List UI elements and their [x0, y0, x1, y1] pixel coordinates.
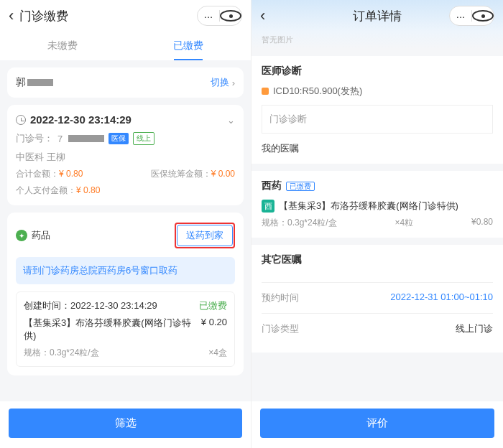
- diagnosis-title: 医师诊断: [262, 65, 493, 78]
- other-orders-title: 其它医嘱: [262, 253, 493, 266]
- header: ‹ 门诊缴费 ···: [0, 0, 251, 32]
- diagnosis-sub: 门诊诊断: [262, 105, 493, 134]
- back-icon[interactable]: ‹: [9, 6, 14, 25]
- icd-icon: [262, 88, 269, 95]
- footer: 筛选: [0, 401, 251, 448]
- visit-number-row: 门诊号：7 医保 线上: [16, 132, 235, 145]
- expand-icon[interactable]: ⌄: [227, 115, 235, 126]
- close-target-icon[interactable]: [220, 10, 241, 22]
- pickup-notice: 请到门诊药房总院西药房6号窗口取药: [16, 257, 235, 284]
- western-title: 西药已缴费: [262, 179, 493, 192]
- review-button[interactable]: 评价: [260, 409, 494, 438]
- medicine-title: ✦药品: [16, 228, 50, 242]
- tabs: 未缴费 已缴费: [0, 32, 251, 60]
- other-orders-section: 其它医嘱 预约时间 2022-12-31 01:00~01:10 门诊类型 线上…: [251, 245, 503, 353]
- medicine-card: ✦药品 送药到家 请到门诊药房总院西药房6号窗口取药 创建时间：2022-12-…: [7, 213, 244, 375]
- payment-record-card[interactable]: 2022-12-30 23:14:29 ⌄ 门诊号：7 医保 线上 中医科 王柳…: [7, 105, 244, 205]
- more-icon[interactable]: ···: [198, 10, 219, 22]
- close-target-icon[interactable]: [472, 10, 494, 22]
- my-orders-label: 我的医嘱: [262, 142, 493, 155]
- western-med-section: 西药已缴费 西【基集采3】布洛芬缓释胶囊(网络门诊特供) 规格：0.3g*24粒…: [251, 171, 503, 238]
- icd-code: ICD10:R50.900(发热): [262, 85, 493, 98]
- paid-status: 已缴费: [199, 299, 227, 312]
- deliver-highlight: 送药到家: [175, 223, 235, 248]
- footer: 评价: [251, 401, 503, 448]
- clock-icon: [16, 115, 26, 125]
- order-detail-screen: ‹ 订单详情 ··· 暂无图片 医师诊断 ICD10:R50.900(发热) 门…: [251, 0, 503, 448]
- filter-button[interactable]: 筛选: [9, 409, 242, 438]
- record-datetime: 2022-12-30 23:14:29: [16, 113, 131, 126]
- mini-program-capsule[interactable]: ···: [449, 6, 494, 26]
- medicine-spec: 规格：0.3g*24粒/盒: [24, 347, 99, 359]
- page-title: 门诊缴费: [19, 8, 197, 24]
- image-placeholder-hint: 暂无图片: [251, 32, 503, 49]
- spec-row: 规格：0.3g*24粒/盒 ×4粒 ¥0.80: [262, 217, 493, 229]
- mini-program-capsule[interactable]: ···: [197, 6, 242, 26]
- western-icon: 西: [262, 200, 274, 213]
- tab-paid[interactable]: 已缴费: [126, 32, 251, 60]
- medicine-name: 西【基集采3】布洛芬缓释胶囊(网络门诊特供): [262, 200, 493, 213]
- user-name: 郭: [16, 76, 53, 89]
- pill-icon: ✦: [16, 230, 27, 241]
- online-badge: 线上: [133, 132, 154, 145]
- tab-unpaid[interactable]: 未缴费: [0, 32, 126, 60]
- back-icon[interactable]: ‹: [260, 6, 265, 25]
- visit-type-row: 门诊类型 线上门诊: [262, 314, 493, 344]
- medicine-qty: ×4盒: [208, 347, 227, 359]
- header: ‹ 订单详情 ···: [251, 0, 503, 32]
- paid-tag: 已缴费: [286, 182, 315, 191]
- medicine-item[interactable]: 创建时间：2022-12-30 23:14:29 已缴费 【基集采3】布洛芬缓释…: [16, 291, 235, 367]
- switch-user-link[interactable]: 切换 ›: [211, 76, 235, 89]
- deliver-home-button[interactable]: 送药到家: [177, 225, 233, 246]
- appointment-time-row: 预约时间 2022-12-31 01:00~01:10: [262, 283, 493, 313]
- medicine-price: ¥ 0.20: [201, 317, 227, 327]
- user-card[interactable]: 郭 切换 ›: [7, 67, 244, 98]
- self-pay-row: 个人支付金额：¥ 0.80: [16, 185, 235, 197]
- create-time: 创建时间：2022-12-30 23:14:29: [24, 299, 157, 312]
- outpatient-payment-screen: ‹ 门诊缴费 ··· 未缴费 已缴费 郭 切换 › 2022-12-30 23:…: [0, 0, 251, 448]
- dept-doctor: 中医科 王柳: [16, 151, 235, 164]
- medicine-name: 【基集采3】布洛芬缓释胶囊(网络门诊特供): [24, 317, 201, 342]
- insurance-badge: 医保: [109, 133, 129, 144]
- more-icon[interactable]: ···: [450, 10, 471, 22]
- total-row: 合计金额：¥ 0.80 医保统筹金额：¥ 0.00: [16, 168, 235, 180]
- diagnosis-section: 医师诊断 ICD10:R50.900(发热) 门诊诊断 我的医嘱: [251, 56, 503, 164]
